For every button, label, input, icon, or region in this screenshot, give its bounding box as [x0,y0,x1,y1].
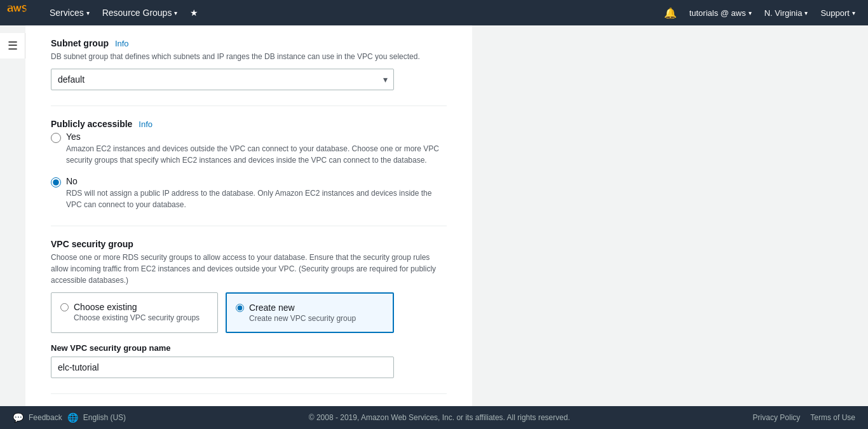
divider-3 [51,393,447,394]
footer-left: 💬 Feedback 🌐 English (US) [13,412,126,423]
yes-label: Yes [66,132,447,142]
vpc-security-group-desc: Choose one or more RDS security groups t… [51,252,447,286]
user-account-nav[interactable]: tutorials @ aws ▾ [683,0,758,25]
create-new-title: Create new [249,303,356,313]
publicly-accessible-yes-radio[interactable] [51,133,61,143]
create-new-desc: Create new VPC security group [249,314,356,323]
subnet-group-select[interactable]: default [51,69,394,90]
publicly-accessible-info-link[interactable]: Info [139,119,153,129]
subnet-group-info-link[interactable]: Info [115,39,129,48]
region-caret-icon: ▾ [804,10,808,17]
subnet-group-label: Subnet group Info [51,38,447,48]
subnet-group-section: Subnet group Info DB subnet group that d… [51,38,447,90]
hamburger-icon: ☰ [8,39,18,53]
globe-icon: 🌐 [67,412,78,423]
new-vpc-sg-label: New VPC security group name [51,343,447,353]
subnet-group-select-wrapper: default [51,69,394,90]
terms-of-use-link[interactable]: Terms of Use [810,413,855,422]
resource-groups-caret-icon: ▾ [174,10,177,17]
bookmarks-nav[interactable]: ★ [184,0,205,25]
vpc-security-group-options: Choose existing Choose existing VPC secu… [51,292,394,333]
choose-existing-radio[interactable] [60,303,69,311]
feedback-link[interactable]: Feedback [29,413,62,422]
services-nav[interactable]: Services ▾ [43,0,96,25]
feedback-icon: 💬 [13,412,24,423]
no-label: No [66,176,447,186]
notifications-bell-icon[interactable]: 🔔 [658,7,683,19]
content-area: Subnet group Info DB subnet group that d… [25,25,472,429]
sidebar-toggle-button[interactable]: ☰ [0,33,25,58]
choose-existing-card[interactable]: Choose existing Choose existing VPC secu… [51,292,218,333]
subnet-group-desc: DB subnet group that defines which subne… [51,51,447,62]
publicly-accessible-no-radio[interactable] [51,177,61,187]
new-vpc-sg-input[interactable] [51,357,394,378]
create-new-card[interactable]: Create new Create new VPC security group [226,292,394,333]
aws-logo[interactable] [6,3,38,24]
language-link[interactable]: English (US) [83,413,126,422]
right-panel [472,25,868,429]
publicly-accessible-label: Publicly accessible Info [51,119,447,129]
create-new-radio[interactable] [236,304,244,312]
user-caret-icon: ▾ [749,10,752,17]
star-icon: ★ [190,8,198,18]
divider-1 [51,106,447,106]
footer-right: Privacy Policy Terms of Use [753,413,855,422]
divider-2 [51,226,447,226]
support-nav[interactable]: Support ▾ [814,0,862,25]
footer-copyright: © 2008 - 2019, Amazon Web Services, Inc.… [309,413,570,422]
choose-existing-desc: Choose existing VPC security groups [74,313,200,322]
vpc-security-group-section: VPC security group Choose one or more RD… [51,239,447,378]
publicly-accessible-section: Publicly accessible Info Yes Amazon EC2 … [51,119,447,210]
no-desc: RDS will not assign a public IP address … [66,187,447,210]
publicly-accessible-no-option[interactable]: No RDS will not assign a public IP addre… [51,176,447,210]
resource-groups-nav[interactable]: Resource Groups ▾ [96,0,184,25]
support-caret-icon: ▾ [852,10,855,17]
vpc-security-group-label: VPC security group [51,239,447,249]
top-navigation: Services ▾ Resource Groups ▾ ★ 🔔 tutoria… [0,0,868,25]
region-nav[interactable]: N. Virginia ▾ [758,0,815,25]
footer: 💬 Feedback 🌐 English (US) © 2008 - 2019,… [0,406,868,429]
choose-existing-title: Choose existing [74,302,200,312]
yes-desc: Amazon EC2 instances and devices outside… [66,143,447,166]
services-caret-icon: ▾ [86,10,90,17]
publicly-accessible-yes-option[interactable]: Yes Amazon EC2 instances and devices out… [51,132,447,166]
main-wrapper: Subnet group Info DB subnet group that d… [0,25,868,429]
privacy-policy-link[interactable]: Privacy Policy [753,413,801,422]
